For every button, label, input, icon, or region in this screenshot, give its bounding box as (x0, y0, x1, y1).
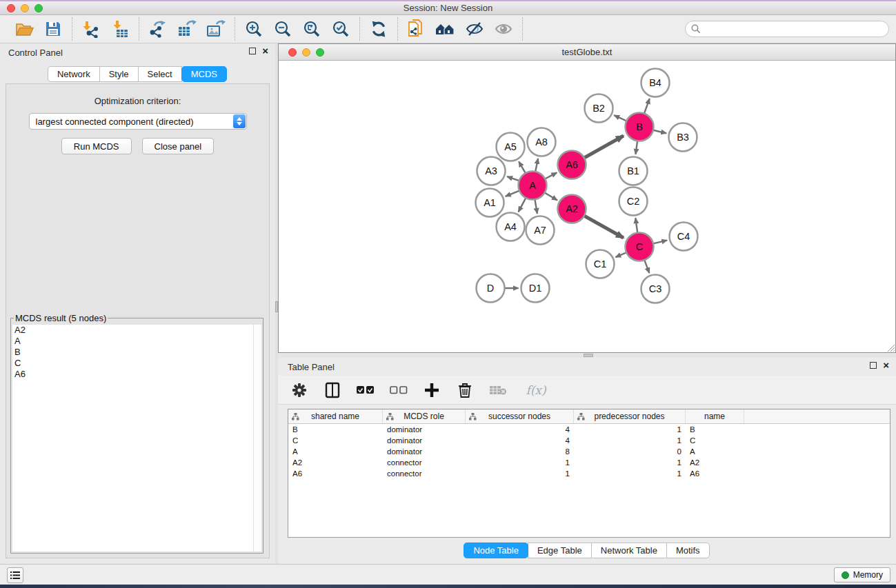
horizontal-splitter[interactable] (278, 353, 896, 358)
table-cell[interactable]: connector (383, 457, 466, 468)
show-column-button[interactable] (323, 380, 341, 401)
graph-node-B3[interactable]: B3 (669, 123, 697, 152)
export-network-button[interactable] (143, 17, 172, 41)
table-cell[interactable]: dominator (383, 424, 466, 435)
create-column-button[interactable] (423, 380, 441, 401)
graph-edge-A-A7[interactable] (535, 199, 537, 214)
table-cell[interactable]: 1 (574, 424, 686, 435)
column-header-successor-nodes[interactable]: successor nodes (466, 409, 574, 423)
graph-node-A[interactable]: A (519, 172, 547, 200)
network-close-button[interactable] (288, 48, 297, 57)
close-panel-button[interactable]: Close panel (142, 138, 215, 154)
table-tab-edge-table[interactable]: Edge Table (528, 543, 592, 558)
graph-node-A2[interactable]: A2 (558, 195, 586, 223)
minimize-window-button[interactable] (21, 4, 29, 12)
table-cell[interactable]: 0 (574, 446, 686, 457)
graph-node-B4[interactable]: B4 (641, 69, 670, 97)
close-panel-icon[interactable]: × (262, 48, 268, 54)
table-cell[interactable]: A2 (288, 457, 383, 468)
table-row[interactable]: A6connector11A6 (288, 468, 890, 479)
graph-node-A5[interactable]: A5 (497, 133, 525, 161)
table-cell[interactable]: 1 (574, 435, 686, 446)
maximize-window-button[interactable] (34, 4, 43, 12)
graph-node-D1[interactable]: D1 (521, 274, 550, 303)
graph-edge-A-A6[interactable] (545, 172, 557, 179)
table-cell[interactable]: A (686, 446, 744, 457)
table-cell[interactable]: 1 (574, 457, 686, 468)
graph-node-A4[interactable]: A4 (497, 213, 525, 241)
graph-node-A3[interactable]: A3 (477, 157, 506, 185)
table-row[interactable]: Bdominator41B (288, 424, 890, 435)
table-row[interactable]: Cdominator41C (288, 435, 890, 446)
table-cell[interactable]: connector (383, 468, 466, 479)
tab-style[interactable]: Style (99, 66, 139, 82)
table-cell[interactable]: 1 (466, 457, 574, 468)
search-field[interactable] (685, 21, 889, 37)
select-all-button[interactable] (357, 380, 375, 401)
clone-network-button[interactable] (402, 17, 431, 41)
table-cell[interactable]: 1 (574, 468, 686, 479)
network-maximize-button[interactable] (316, 48, 324, 57)
tab-network[interactable]: Network (48, 66, 100, 82)
graph-node-A1[interactable]: A1 (476, 189, 504, 217)
table-cell[interactable]: 1 (466, 468, 574, 479)
column-header-predecessor-nodes[interactable]: predecessor nodes (574, 409, 686, 423)
column-header-shared-name[interactable]: shared name (288, 409, 383, 423)
hide-graphics-details-button[interactable] (460, 17, 489, 41)
graph-node-C3[interactable]: C3 (641, 275, 670, 303)
table-cell[interactable]: C (288, 435, 383, 446)
graph-edge-B-B1[interactable] (635, 141, 637, 154)
open-file-button[interactable] (10, 17, 39, 41)
tab-select[interactable]: Select (138, 66, 182, 82)
graph-edge-C-C4[interactable] (653, 241, 667, 244)
table-cell[interactable]: B (288, 424, 383, 435)
graph-node-B1[interactable]: B1 (619, 157, 648, 185)
graph-edge-A6-B[interactable] (584, 136, 624, 158)
mcds-result-item-a2[interactable]: A2 (12, 325, 253, 336)
table-cell[interactable]: 8 (466, 446, 574, 457)
close-window-button[interactable] (7, 4, 15, 12)
task-history-button[interactable] (7, 567, 23, 583)
table-tab-node-table[interactable]: Node Table (464, 543, 528, 558)
table-cell[interactable]: 4 (466, 435, 574, 446)
graph-edge-B-B2[interactable] (614, 115, 626, 121)
graph-node-B2[interactable]: B2 (585, 94, 613, 123)
mcds-result-item-a6[interactable]: A6 (12, 369, 253, 380)
table-row[interactable]: Adominator80A (288, 446, 890, 457)
graph-node-C1[interactable]: C1 (586, 250, 615, 278)
show-graphics-details-button[interactable] (489, 17, 518, 41)
graph-edge-C-C3[interactable] (644, 260, 649, 273)
tab-mcds[interactable]: MCDS (181, 66, 227, 82)
graph-edge-A-A4[interactable] (519, 198, 526, 212)
search-input[interactable] (701, 24, 888, 34)
graph-node-B[interactable]: B (626, 113, 654, 141)
float-panel-icon[interactable] (249, 48, 256, 54)
table-close-panel-icon[interactable]: × (883, 362, 889, 369)
table-row[interactable]: A2connector11A2 (288, 457, 890, 468)
graph-node-C[interactable]: C (626, 233, 654, 261)
resize-grip-icon[interactable] (885, 342, 895, 352)
graph-edge-A-A1[interactable] (506, 191, 519, 196)
graph-node-A8[interactable]: A8 (528, 128, 556, 156)
column-header-name[interactable]: name (686, 409, 744, 423)
zoom-selected-button[interactable] (326, 17, 355, 41)
table-cell[interactable]: C (686, 435, 744, 446)
criterion-select[interactable]: largest connected component (directed) (29, 113, 247, 130)
memory-button[interactable]: Memory (834, 567, 890, 582)
table-cell[interactable]: A6 (686, 468, 744, 479)
import-network-button[interactable] (77, 17, 106, 41)
table-cell[interactable]: A (288, 446, 383, 457)
result-scrollbar[interactable] (253, 325, 261, 551)
mcds-result-item-b[interactable]: B (12, 347, 253, 358)
save-session-button[interactable] (39, 17, 68, 41)
graph-edge-A-A5[interactable] (519, 161, 526, 173)
table-cell[interactable]: B (686, 424, 744, 435)
zoom-out-button[interactable] (268, 17, 297, 41)
graph-edge-C-C2[interactable] (635, 218, 637, 232)
zoom-fit-button[interactable] (297, 17, 326, 41)
graph-edge-B-B4[interactable] (644, 99, 650, 114)
graph-node-D[interactable]: D (477, 274, 505, 303)
graph-node-A6[interactable]: A6 (558, 151, 586, 179)
table-tab-network-table[interactable]: Network Table (591, 543, 667, 558)
mcds-result-item-c[interactable]: C (12, 358, 253, 369)
